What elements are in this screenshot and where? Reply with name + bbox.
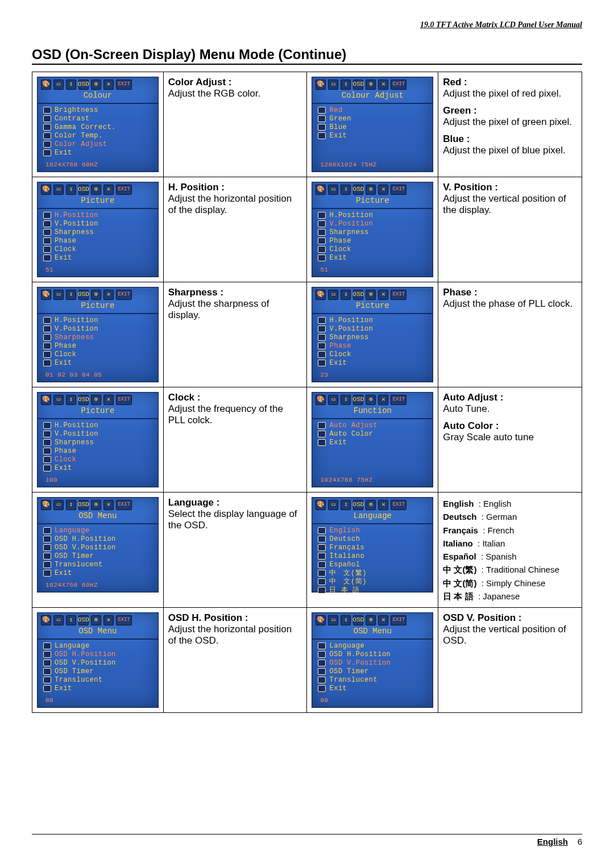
osd-title: Function — [312, 406, 433, 419]
osd-list: H.PositionV.PositionSharpnessPhaseClockE… — [38, 316, 158, 368]
osd-item-label: 中 文(繁) — [329, 569, 366, 578]
desc-text: Adjust the pixel of red pixel. — [443, 88, 561, 99]
osd-item: V.Position — [318, 220, 427, 228]
osd-item: H.Position — [43, 422, 152, 430]
osd-footer: 100 — [45, 477, 57, 485]
osd-item: Blue — [318, 123, 427, 132]
osd-item-label: Translucent — [329, 676, 377, 685]
label-hpos: H. Position : — [168, 182, 225, 193]
osd-item-icon — [43, 351, 51, 358]
osd-item: Exit — [43, 685, 152, 693]
osd-item-icon — [43, 431, 51, 437]
osd-tab-icon: 🎨 — [41, 290, 51, 300]
osd-item-icon — [43, 237, 51, 244]
osd-item-icon — [43, 229, 51, 236]
osd-tab-icon: ▭ — [328, 185, 338, 195]
osd-title: Picture — [38, 301, 158, 314]
osd-tab-icon: ⊕ — [366, 80, 376, 90]
osd-item-label: Exit — [329, 132, 347, 140]
desc-text: Gray Scale auto tune — [443, 432, 534, 443]
osd-tab-icon: ✕ — [378, 395, 388, 405]
desc-rgb: Red :Adjust the pixel of red pixel.Green… — [438, 72, 582, 177]
osd-tabbar: 🎨▭⇕OSD⊕✕EXIT — [312, 287, 433, 301]
osd-tabbar: 🎨▭⇕OSD⊕✕EXIT — [312, 77, 433, 91]
osd-item: H.Position — [43, 211, 152, 220]
osd-item-icon — [43, 254, 51, 261]
lang-row: English : English — [443, 497, 577, 510]
osd-item-icon — [43, 456, 51, 463]
osd-clock: 🎨▭⇕OSD⊕✕EXITPictureH.PositionV.PositionS… — [37, 392, 159, 487]
osd-item-icon — [43, 124, 51, 131]
osd-tab-icon: ✕ — [378, 290, 388, 300]
osd-tab-exit-icon: EXIT — [116, 500, 132, 510]
osd-item-label: V.Position — [55, 325, 98, 333]
osd-item-icon — [318, 124, 326, 131]
osd-tab-exit-icon: EXIT — [116, 290, 132, 300]
text-osdv: Adjust the vertical position of OSD. — [443, 624, 566, 646]
desc-label: Red : — [443, 77, 467, 87]
osd-item-label: H.Position — [329, 316, 373, 325]
osd-item-icon — [318, 229, 326, 236]
osd-tabbar: 🎨▭⇕OSD⊕✕EXIT — [38, 287, 158, 301]
osd-tab-exit-icon: EXIT — [391, 185, 406, 195]
osd-footer: 1024X768 75HZ — [320, 477, 372, 485]
osd-tab-icon: ⇕ — [341, 80, 351, 90]
osd-item: Translucent — [318, 676, 427, 685]
osd-list: LanguageOSD H.PositionOSD V.PositionOSD … — [38, 642, 158, 693]
osd-tab-icon: 🎨 — [41, 80, 51, 90]
osd-tab-icon: ⇕ — [66, 615, 76, 625]
osd-item: Deutsch — [318, 535, 427, 544]
osd-item-label: Clock — [55, 456, 77, 464]
osd-tab-icon: ⊕ — [91, 290, 101, 300]
osd-tab-icon: ✕ — [103, 615, 114, 625]
osd-item: Exit — [318, 685, 427, 693]
text-vpos: Adjust the vertical position of the disp… — [443, 193, 566, 215]
page-footer: English 6 — [32, 834, 582, 846]
desc-text: Adjust the pixel of green pixel. — [443, 116, 572, 127]
text-hpos: Adjust the horizontal position of the di… — [168, 193, 292, 215]
osd-tab-icon: ⇕ — [66, 290, 76, 300]
osd-footer: 51 — [320, 266, 328, 274]
osd-tab-icon: ⇕ — [341, 500, 351, 510]
osd-item-label: H.Position — [55, 211, 98, 220]
osd-item: OSD Timer — [43, 552, 152, 561]
osd-item-icon — [318, 254, 326, 261]
osd-item: Red — [318, 106, 427, 115]
osd-tab-icon: ▭ — [53, 290, 64, 300]
lang-row: Español : Spanish — [443, 550, 577, 563]
osd-tab-icon: ⇕ — [66, 185, 76, 195]
osd-item: Clock — [43, 456, 152, 464]
osd-item-label: Brightness — [55, 106, 98, 115]
osd-tab-icon: OSD — [353, 185, 363, 195]
osd-item-label: OSD V.Position — [329, 659, 391, 667]
osd-item: Sharpness — [318, 333, 427, 342]
osd-item: Clock — [318, 245, 427, 254]
osd-item-label: Language — [55, 527, 90, 535]
osd-item-icon — [43, 220, 51, 227]
osd-list: H.PositionV.PositionSharpnessPhaseClockE… — [312, 211, 433, 262]
label-phase: Phase : — [443, 287, 477, 298]
osd-item: V.Position — [43, 220, 152, 228]
osd-item-icon — [318, 343, 326, 349]
osd-item-icon — [43, 326, 51, 332]
text-color-adjust: Adjust the RGB color. — [168, 88, 261, 99]
osd-item-icon — [43, 651, 51, 658]
osd-item: Clock — [318, 350, 427, 359]
text-osdh: Adjust the horizontal position of the OS… — [168, 624, 292, 646]
osd-tab-icon: 🎨 — [316, 185, 326, 195]
osd-item: Phase — [43, 447, 152, 456]
osd-item-icon — [318, 431, 326, 437]
osd-item: Exit — [43, 149, 152, 157]
osd-item-icon — [318, 570, 326, 577]
footer-lang: English — [537, 837, 568, 846]
osd-item-label: V.Position — [55, 220, 98, 228]
osd-tab-exit-icon: EXIT — [391, 395, 406, 405]
osd-item-label: H.Position — [329, 211, 373, 220]
osd-tabbar: 🎨▭⇕OSD⊕✕EXIT — [312, 393, 433, 406]
osd-tab-icon: OSD — [78, 615, 89, 625]
label-clock: Clock : — [168, 392, 201, 403]
label-sharp: Sharpness : — [168, 287, 223, 298]
osd-item-label: Italiano — [329, 552, 364, 561]
osd-item-icon — [43, 360, 51, 366]
osd-item: OSD Timer — [318, 667, 427, 676]
